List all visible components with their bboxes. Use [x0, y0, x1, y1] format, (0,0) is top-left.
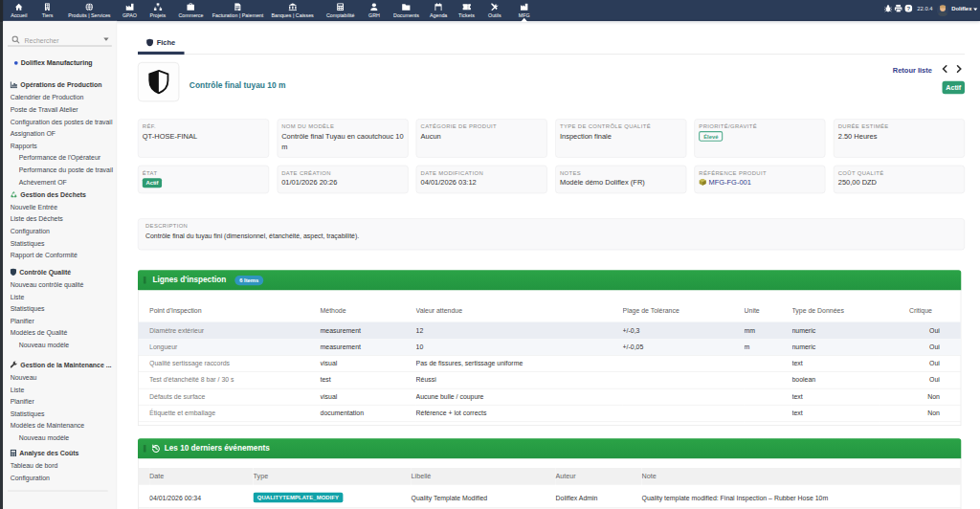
svg-text:?: ? — [907, 6, 911, 11]
